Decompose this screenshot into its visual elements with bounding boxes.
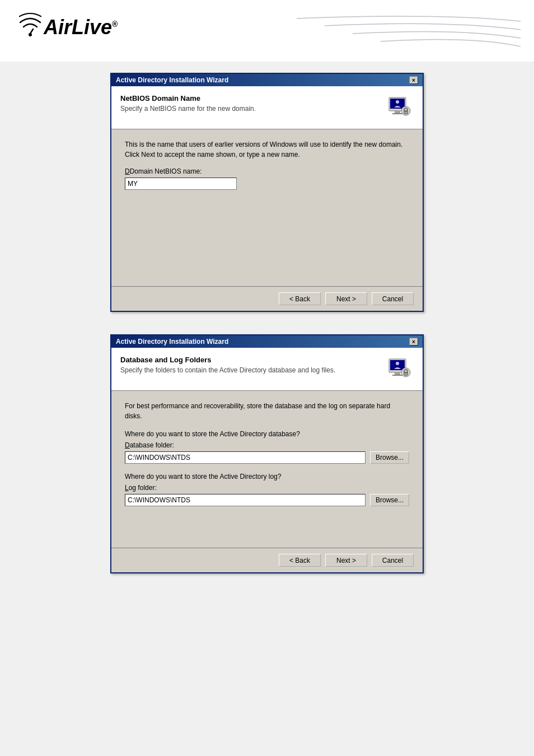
dialog2-log-row: Browse... [125, 494, 409, 506]
dialog2-log-label: Log folder: [125, 484, 409, 492]
dialog1-footer: < Back Next > Cancel [111, 286, 423, 311]
dialog2-body-text: For best performance and recoverability,… [125, 401, 409, 421]
dialog2-db-row: Browse... [125, 451, 409, 464]
wizard-icon-2 [387, 356, 414, 382]
main-content: Active Directory Installation Wizard × N… [0, 62, 534, 756]
database-browse-button[interactable]: Browse... [370, 451, 409, 464]
svg-rect-9 [406, 112, 406, 113]
dialog1: Active Directory Installation Wizard × N… [110, 73, 424, 312]
dialog2-footer: < Back Next > Cancel [111, 548, 423, 572]
dialog1-body-text: This is the name that users of earlier v… [125, 139, 409, 160]
dialog2-title: Active Directory Installation Wizard [116, 338, 228, 346]
database-folder-input[interactable] [125, 451, 366, 464]
log-folder-input[interactable] [125, 494, 366, 506]
dialog2-log-question: Where do you want to store the Active Di… [125, 472, 409, 482]
dialog1-header: NetBIOS Domain Name Specify a NetBIOS na… [111, 86, 423, 129]
dialog2-body: For best performance and recoverability,… [111, 391, 423, 548]
svg-rect-13 [392, 375, 402, 376]
page-header: Air Live® [0, 0, 534, 62]
dialog1-field-label: DDomain NetBIOS name: [125, 167, 409, 175]
svg-point-14 [396, 362, 399, 365]
dialog2-cancel-button[interactable]: Cancel [372, 554, 414, 567]
dialog1-body: This is the name that users of earlier v… [111, 129, 423, 286]
dialog2-section-title: Database and Log Folders [120, 356, 335, 364]
wizard-icon [387, 94, 414, 121]
log-browse-button[interactable]: Browse... [370, 494, 409, 506]
svg-rect-3 [395, 111, 400, 113]
dialog1-next-button[interactable]: Next > [325, 292, 367, 305]
wifi-arcs-icon [19, 11, 41, 39]
dialog2-close-button[interactable]: × [409, 338, 418, 346]
dialog2-section-subtitle: Specify the folders to contain the Activ… [120, 366, 335, 374]
svg-point-0 [29, 33, 32, 36]
dialog1-close-button[interactable]: × [409, 76, 418, 84]
dialog2: Active Directory Installation Wizard × D… [110, 334, 424, 573]
svg-rect-4 [392, 113, 402, 114]
svg-rect-18 [406, 374, 406, 375]
svg-point-5 [396, 100, 399, 104]
dialog2-header: Database and Log Folders Specify the fol… [111, 348, 423, 391]
dialog1-titlebar: Active Directory Installation Wizard × [111, 74, 423, 86]
logo-air: Air [44, 17, 72, 38]
dialog1-title: Active Directory Installation Wizard [116, 76, 228, 84]
svg-rect-12 [395, 372, 400, 375]
dialog1-cancel-button[interactable]: Cancel [372, 292, 414, 305]
dialog2-titlebar: Active Directory Installation Wizard × [111, 335, 423, 348]
logo-live: Live® [72, 17, 118, 38]
dialog2-db-question: Where do you want to store the Active Di… [125, 429, 409, 439]
dialog1-section-subtitle: Specify a NetBIOS name for the new domai… [120, 105, 256, 113]
dialog1-back-button[interactable]: < Back [279, 292, 321, 305]
dialog2-back-button[interactable]: < Back [279, 554, 321, 567]
dialog2-db-label: Database folder: [125, 441, 409, 449]
dialog2-next-button[interactable]: Next > [325, 554, 367, 567]
logo: Air Live® [19, 16, 118, 39]
dialog1-section-title: NetBIOS Domain Name [120, 94, 256, 102]
domain-netbios-input[interactable] [125, 178, 237, 190]
